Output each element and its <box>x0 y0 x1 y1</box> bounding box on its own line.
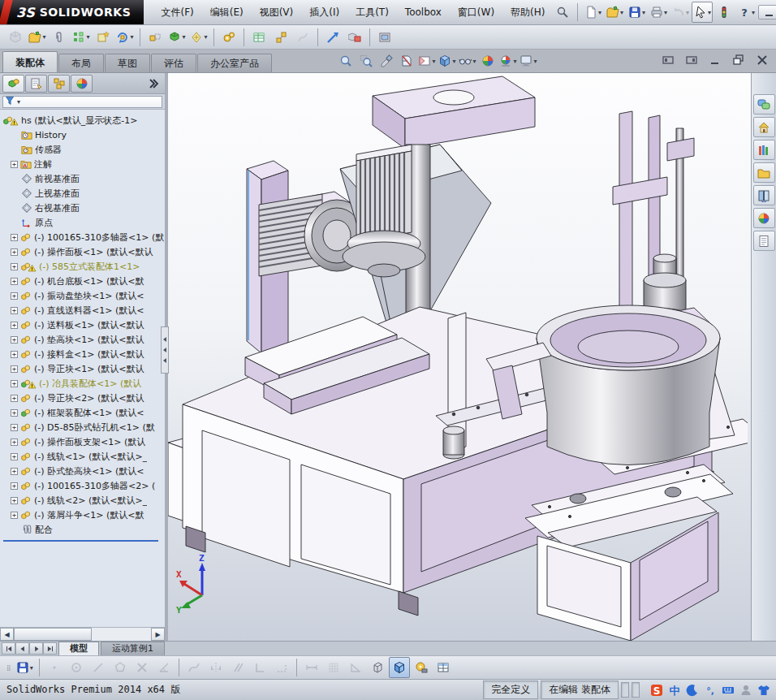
expand-toggle[interactable]: + <box>11 482 18 490</box>
search-button[interactable] <box>552 2 573 23</box>
configurationmanager-tab[interactable] <box>48 75 70 93</box>
dropdown-arrow[interactable]: ▾ <box>30 664 33 672</box>
dropdown-arrow[interactable]: ▾ <box>432 58 435 65</box>
rebuild-button[interactable] <box>713 2 735 23</box>
tree-item[interactable]: +(-) 冶具装配体<1> (默认 <box>11 376 165 391</box>
expand-toggle[interactable]: + <box>11 351 18 358</box>
help-button[interactable]: ?▾ <box>735 2 757 23</box>
scrollbar-track[interactable] <box>14 628 151 641</box>
expand-toggle[interactable]: + <box>11 278 18 285</box>
doc-minimize-button[interactable] <box>706 53 724 67</box>
exploded-view-button[interactable] <box>270 27 291 48</box>
show-hidden-components-button[interactable] <box>144 27 166 48</box>
expand-toggle[interactable]: + <box>11 395 18 402</box>
soft-keyboard-icon[interactable] <box>720 682 735 698</box>
appearances-tab[interactable] <box>753 208 775 228</box>
panel-overflow-button[interactable] <box>144 75 162 93</box>
punctuation-mode-icon[interactable]: °, <box>702 682 718 698</box>
tree-item[interactable]: +(-) 框架装配体<1> (默认< <box>11 405 165 420</box>
command-tab-5[interactable]: 办公室产品 <box>197 54 272 72</box>
forum-tab[interactable] <box>753 94 775 115</box>
dropdown-arrow[interactable]: ▾ <box>182 33 185 41</box>
account-icon[interactable] <box>738 682 753 698</box>
menu-item[interactable]: 插入(I) <box>302 3 347 22</box>
expand-toggle[interactable]: + <box>11 161 18 168</box>
file-explorer-tab[interactable] <box>753 162 775 183</box>
select-button[interactable]: ▾ <box>692 2 713 23</box>
expand-toggle[interactable]: + <box>11 365 18 373</box>
tree-filter-input[interactable]: ▾ <box>2 96 162 108</box>
tree-item[interactable]: +(-) 线轨<2> (默认<默认>_ <box>11 493 165 508</box>
expand-toggle[interactable]: + <box>11 307 18 314</box>
dropdown-arrow[interactable]: ▾ <box>42 33 45 41</box>
expand-toggle[interactable]: + <box>11 263 18 270</box>
view-orientation-button[interactable]: ▾ <box>417 51 437 71</box>
dropdown-arrow[interactable]: ▾ <box>664 9 667 16</box>
zoom-to-selection-button[interactable] <box>377 51 396 71</box>
sogou-input-icon[interactable]: S <box>649 682 664 698</box>
measure-button[interactable] <box>411 657 432 678</box>
tree-item[interactable]: +(-) 操作面板支架<1> (默认 <box>11 434 165 449</box>
dropdown-arrow[interactable]: ▾ <box>752 9 755 16</box>
assembly-3d-model[interactable] <box>168 73 748 641</box>
graphics-viewport[interactable]: Z X Y <box>168 73 751 641</box>
doc-tab-1[interactable]: 模型 <box>58 642 99 655</box>
command-tab-1[interactable]: 装配体 <box>2 51 58 72</box>
move-component-button[interactable]: ▾ <box>114 27 136 48</box>
panel-splitter-handle[interactable] <box>161 326 169 374</box>
tree-item[interactable]: 传感器 <box>11 142 165 157</box>
tree-item[interactable]: +(-) 机台底板<1> (默认<默 <box>11 274 165 288</box>
new-document-button[interactable]: ▾ <box>582 2 603 23</box>
tree-item[interactable]: +(-) 卧式垫高块<1> (默认< <box>11 464 165 478</box>
dropdown-arrow[interactable]: ▾ <box>86 33 89 41</box>
dropdown-arrow[interactable]: ▾ <box>598 9 601 16</box>
open-button[interactable]: ▾ <box>604 2 625 23</box>
expand-toggle[interactable]: + <box>11 453 18 460</box>
fullwidth-mode-icon[interactable] <box>684 682 700 698</box>
new-motion-study-button[interactable] <box>218 27 239 48</box>
design-table-button[interactable] <box>433 657 454 678</box>
displaymanager-tab[interactable] <box>71 75 93 93</box>
dropdown-arrow[interactable]: ▾ <box>708 9 711 16</box>
display-style-button[interactable]: ▾ <box>438 51 457 71</box>
tree-item[interactable]: 原点 <box>11 215 165 230</box>
tree-item[interactable]: History <box>11 127 165 142</box>
doc-close-button[interactable] <box>753 53 771 67</box>
assembly-features-button[interactable]: ▾ <box>166 27 188 48</box>
dropdown-arrow[interactable]: ▾ <box>130 33 133 41</box>
expand-toggle[interactable]: + <box>11 497 18 504</box>
design-library-tab[interactable] <box>753 140 775 160</box>
dropdown-arrow[interactable]: ▾ <box>472 58 476 65</box>
tree-item[interactable]: +(-) 直线送料器<1> (默认< <box>11 303 165 318</box>
next-tab-button[interactable] <box>29 642 43 655</box>
skin-icon[interactable] <box>756 682 771 698</box>
tree-item[interactable]: +(-) 落屑斗争<1> (默认<默 <box>11 508 165 522</box>
resources-tab[interactable] <box>753 117 775 137</box>
minimize-button[interactable] <box>758 5 776 19</box>
mate-button[interactable] <box>49 27 70 48</box>
featuremanager-tab[interactable] <box>2 75 24 93</box>
scrollbar-thumb[interactable] <box>14 628 92 641</box>
dropdown-arrow[interactable]: ▾ <box>642 9 645 16</box>
expand-toggle[interactable]: + <box>11 248 18 256</box>
dropdown-arrow[interactable]: ▾ <box>513 58 516 65</box>
wireframe-display-button[interactable] <box>367 657 388 678</box>
apply-scene-button[interactable]: ▾ <box>498 51 518 71</box>
expand-toggle[interactable]: + <box>11 336 18 344</box>
zoom-to-fit-button[interactable] <box>336 51 356 71</box>
expand-toggle[interactable]: + <box>11 380 18 387</box>
scroll-right-arrow[interactable]: ▶ <box>151 628 165 641</box>
pane-left-button[interactable] <box>659 53 677 67</box>
last-tab-button[interactable] <box>43 642 57 655</box>
tree-item[interactable]: +(-) 送料板<1> (默认<默认 <box>11 318 165 332</box>
open-document-button[interactable]: ▾ <box>27 27 48 48</box>
pane-right-button[interactable] <box>683 53 701 67</box>
expand-toggle[interactable]: + <box>11 424 18 431</box>
expand-toggle[interactable]: + <box>11 234 18 241</box>
tree-horizontal-scrollbar[interactable]: ◀ ▶ <box>0 627 165 641</box>
doc-restore-button[interactable] <box>730 53 748 67</box>
tree-item[interactable]: +(-) 100165-310多轴器<1> (默 <box>11 230 165 244</box>
dropdown-arrow[interactable]: ▾ <box>533 58 537 65</box>
tree-item[interactable]: +(-) 操作面板<1> (默认<默认 <box>11 244 165 259</box>
tree-item[interactable]: +(-) 导正块<2> (默认<默认 <box>11 391 165 405</box>
